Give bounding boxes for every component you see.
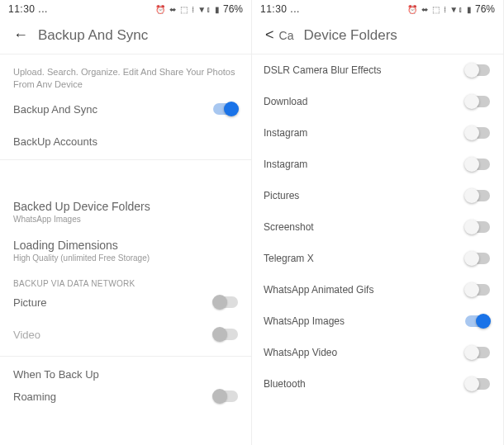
folder-label: Screenshot: [264, 221, 314, 233]
folder-toggle[interactable]: [465, 253, 490, 264]
backup-sync-screen: 11:30 ... ⏰ ⬌ ⬚ ⁞ ▼⫾ ▮ 76% ← Backup And …: [0, 0, 252, 445]
video-toggle[interactable]: [213, 329, 238, 340]
folder-toggle[interactable]: [465, 221, 490, 233]
status-icons: ⏰ ⬌ ⬚ ⁞ ▼⫾ ▮: [407, 5, 473, 14]
backup-sync-toggle[interactable]: [213, 103, 238, 115]
folder-label: Telegram X: [264, 253, 314, 264]
battery-percent: 76%: [475, 3, 495, 15]
status-icons: ⏰ ⬌ ⬚ ⁞ ▼⫾ ▮: [155, 5, 221, 14]
folder-row[interactable]: Telegram X: [252, 243, 503, 274]
folder-row[interactable]: Bluetooth: [252, 368, 503, 400]
folder-toggle[interactable]: [465, 347, 490, 358]
folder-toggle[interactable]: [465, 127, 490, 139]
folder-toggle[interactable]: [465, 64, 490, 76]
video-row[interactable]: Video: [0, 317, 251, 353]
status-time: 11:30 ...: [260, 3, 300, 15]
folder-row[interactable]: DSLR Camera Blur Effects: [252, 54, 503, 86]
picture-label: Picture: [13, 296, 46, 309]
folder-row[interactable]: Download: [252, 86, 503, 117]
folder-label: WhatsApp Video: [264, 347, 337, 358]
status-bar: 11:30 ... ⏰ ⬌ ⬚ ⁞ ▼⫾ ▮ 76%: [0, 0, 251, 18]
backed-folders-sub: WhatsApp Images: [13, 215, 238, 224]
folder-label: WhatsApp Images: [264, 315, 345, 327]
backup-accounts-label: BackUp Accounts: [13, 135, 97, 148]
when-row: When To Back Up: [0, 360, 251, 382]
roaming-row[interactable]: Roaming: [0, 382, 251, 411]
status-right: ⏰ ⬌ ⬚ ⁞ ▼⫾ ▮ 76%: [407, 3, 495, 15]
folder-toggle[interactable]: [465, 315, 490, 327]
device-folders-screen: 11:30 ... ⏰ ⬌ ⬚ ⁞ ▼⫾ ▮ 76% < Ca Device F…: [252, 0, 504, 445]
folders-list: DSLR Camera Blur Effects Download Instag…: [252, 54, 503, 400]
folder-row[interactable]: Instagram: [252, 149, 503, 180]
backed-folders-block[interactable]: Backed Up Device Folders WhatsApp Images: [0, 188, 251, 227]
header-sub: Ca: [279, 29, 294, 42]
page-title: Backup And Sync: [38, 27, 148, 44]
data-network-section: BACKUP VIA DATA NETWORK: [0, 266, 251, 288]
folder-toggle[interactable]: [465, 96, 490, 107]
back-icon[interactable]: ←: [13, 26, 28, 44]
folder-toggle[interactable]: [465, 284, 490, 296]
status-right: ⏰ ⬌ ⬚ ⁞ ▼⫾ ▮ 76%: [155, 3, 243, 15]
dimensions-sub: High Quality (unlimited Free Storage): [13, 253, 238, 263]
divider: [0, 159, 251, 160]
description-text: Upload. Search. Organize. Edit And Share…: [0, 54, 251, 92]
folder-label: DSLR Camera Blur Effects: [264, 64, 382, 76]
content: Upload. Search. Organize. Edit And Share…: [0, 54, 251, 411]
header: ← Backup And Sync: [0, 18, 251, 54]
header: < Ca Device Folders: [252, 18, 503, 54]
backup-accounts-row[interactable]: BackUp Accounts: [0, 127, 251, 156]
folder-label: Instagram: [264, 159, 307, 170]
folder-row[interactable]: WhatsApp Images: [252, 305, 503, 337]
dimensions-title: Loading Dimensions: [13, 239, 238, 252]
page-title: Device Folders: [303, 27, 397, 44]
folder-toggle[interactable]: [465, 190, 490, 201]
folder-toggle[interactable]: [465, 378, 490, 390]
picture-toggle[interactable]: [213, 296, 238, 308]
backup-sync-label: Backup And Sync: [13, 103, 97, 116]
video-label: Video: [13, 329, 40, 341]
folder-row[interactable]: WhatsApp Animated Gifs: [252, 274, 503, 305]
back-icon[interactable]: <: [265, 26, 274, 44]
folder-row[interactable]: Pictures: [252, 180, 503, 211]
roaming-toggle[interactable]: [213, 391, 238, 402]
folder-label: WhatsApp Animated Gifs: [264, 284, 373, 296]
folder-label: Instagram: [264, 127, 307, 139]
status-bar: 11:30 ... ⏰ ⬌ ⬚ ⁞ ▼⫾ ▮ 76%: [252, 0, 503, 18]
roaming-label: Roaming: [13, 391, 56, 403]
folder-label: Download: [264, 96, 307, 107]
folder-row[interactable]: Screenshot: [252, 211, 503, 243]
when-label: When To Back Up: [13, 368, 99, 381]
folder-label: Bluetooth: [264, 378, 306, 390]
divider: [0, 356, 251, 357]
folder-row[interactable]: WhatsApp Video: [252, 337, 503, 368]
status-time: 11:30 ...: [8, 3, 48, 15]
picture-row[interactable]: Picture: [0, 288, 251, 317]
backed-folders-title: Backed Up Device Folders: [13, 200, 238, 213]
folder-row[interactable]: Instagram: [252, 117, 503, 149]
folder-toggle[interactable]: [465, 159, 490, 170]
backup-sync-row[interactable]: Backup And Sync: [0, 92, 251, 127]
folder-label: Pictures: [264, 190, 299, 201]
battery-percent: 76%: [223, 3, 243, 15]
dimensions-block[interactable]: Loading Dimensions High Quality (unlimit…: [0, 227, 251, 266]
